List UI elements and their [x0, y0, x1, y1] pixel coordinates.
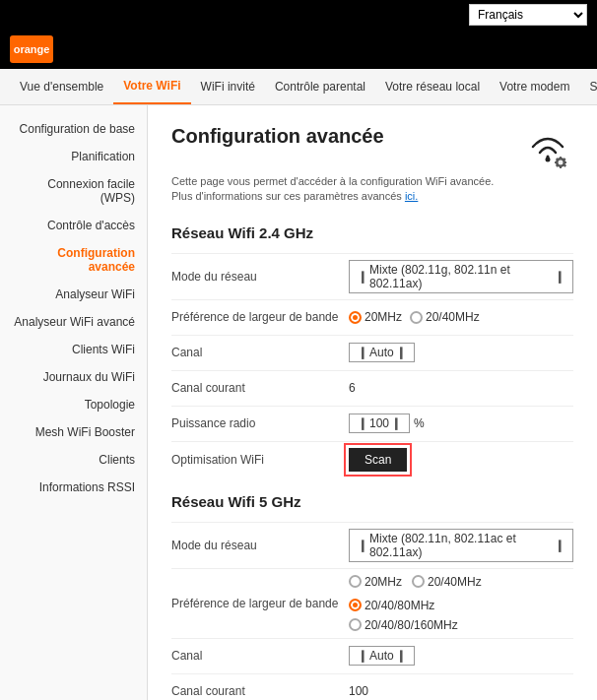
- band5-204080-option[interactable]: 20/40/80MHz: [349, 599, 434, 612]
- band-2040-option[interactable]: 20/40MHz: [410, 310, 480, 324]
- band5-20408160-option[interactable]: 20/40/80/160MHz: [349, 618, 458, 632]
- main-content: Configuration avancée: [148, 105, 597, 700]
- sidebar: Configuration de base Planification Conn…: [0, 105, 148, 700]
- nav-item-controle-parental[interactable]: Contrôle parental: [265, 70, 375, 103]
- sidebar-item-topologie[interactable]: Topologie: [0, 391, 147, 418]
- canal-24-value: ❙ Auto ❙: [349, 343, 573, 362]
- sidebar-item-config-avancee[interactable]: Configuration avancée: [0, 239, 147, 281]
- puissance-24-value: ❙ 100 ❙ %: [349, 414, 573, 433]
- canal-24-label: Canal: [171, 346, 349, 359]
- section-5ghz-title: Réseau Wifi 5 GHz: [171, 493, 573, 510]
- more-info-link[interactable]: ici.: [405, 190, 418, 202]
- mode-reseau-24-row: Mode du réseau ❙ Mixte (802.11g, 802.11n…: [171, 253, 573, 299]
- puissance-24-row: Puissance radio ❙ 100 ❙ %: [171, 406, 573, 441]
- wifi-settings-icon: [522, 125, 573, 168]
- band5-20-option[interactable]: 20MHz: [349, 575, 402, 589]
- canal-courant-5-value: 100: [349, 684, 573, 698]
- optim-wifi-24-row: Optimisation WiFi Scan: [171, 441, 573, 477]
- band5-20408160-radio[interactable]: [349, 618, 362, 631]
- sidebar-item-clients[interactable]: Clients: [0, 446, 147, 474]
- puissance-24-label: Puissance radio: [171, 416, 349, 430]
- mode-reseau-5-value: ❙ Mixte (802.11n, 802.11ac et 802.11ax) …: [349, 529, 573, 562]
- page-description: Cette page vous permet d'accéder à la co…: [171, 174, 573, 205]
- mode-reseau-5-label: Mode du réseau: [171, 539, 349, 552]
- sidebar-item-config-base[interactable]: Configuration de base: [0, 115, 147, 143]
- band5-204080-radio[interactable]: [349, 599, 362, 611]
- svg-point-0: [546, 158, 551, 162]
- top-bar: Français: [0, 0, 597, 30]
- band-2040-radio[interactable]: [410, 311, 423, 324]
- svg-rect-5: [555, 161, 558, 163]
- nav-item-votre-wifi[interactable]: Votre WiFi: [113, 69, 190, 104]
- band-20-radio[interactable]: [349, 311, 362, 324]
- nav-item-vue-ensemble[interactable]: Vue d'ensemble: [10, 70, 113, 103]
- nav-item-reseau-local[interactable]: Votre réseau local: [375, 70, 490, 103]
- canal-24-row: Canal ❙ Auto ❙: [171, 335, 573, 370]
- language-select[interactable]: Français: [469, 4, 587, 26]
- page-title: Configuration avancée: [171, 125, 384, 148]
- mode-reseau-24-dropdown[interactable]: ❙ Mixte (802.11g, 802.11n et 802.11ax) ❙: [349, 260, 573, 293]
- orange-logo: orange: [10, 35, 53, 63]
- svg-point-2: [559, 160, 564, 165]
- band-pref-5-label: Préférence de largeur de bande: [171, 597, 349, 610]
- canal-5-label: Canal: [171, 649, 349, 663]
- band5-20-radio[interactable]: [349, 575, 362, 588]
- section-24ghz-title: Réseau Wifi 2.4 GHz: [171, 224, 573, 241]
- layout: Configuration de base Planification Conn…: [0, 105, 597, 700]
- sidebar-item-clients-wifi[interactable]: Clients WiFi: [0, 336, 147, 363]
- sidebar-item-planification[interactable]: Planification: [0, 143, 147, 170]
- canal-courant-24-value: 6: [349, 381, 573, 395]
- sidebar-item-controle-acces[interactable]: Contrôle d'accès: [0, 212, 147, 239]
- scan-button-24[interactable]: Scan: [349, 448, 407, 472]
- header: orange: [0, 30, 597, 69]
- band-pref-24-label: Préférence de largeur de bande: [171, 310, 349, 324]
- sidebar-item-connexion-facile[interactable]: Connexion facile (WPS): [0, 170, 147, 212]
- sidebar-item-informations-rssi[interactable]: Informations RSSI: [0, 474, 147, 501]
- nav-item-votre-modem[interactable]: Votre modem: [490, 70, 579, 103]
- band-pref-5-value: 20MHz 20/40MHz 20/40/80MHz: [349, 575, 573, 632]
- svg-rect-4: [560, 166, 562, 169]
- main-nav: Vue d'ensemble Votre WiFi WiFi invité Co…: [0, 69, 597, 105]
- canal-courant-5-row: Canal courant 100: [171, 673, 573, 700]
- band-pref-5-row: Préférence de largeur de bande 20MHz 20/…: [171, 568, 573, 638]
- canal-courant-24-row: Canal courant 6: [171, 370, 573, 406]
- sidebar-item-journaux-wifi[interactable]: Journaux du WiFi: [0, 363, 147, 391]
- canal-5-dropdown[interactable]: ❙ Auto ❙: [349, 646, 415, 666]
- page-header: Configuration avancée: [171, 125, 573, 168]
- puissance-24-input[interactable]: ❙ 100 ❙: [349, 414, 410, 433]
- svg-rect-6: [564, 161, 567, 163]
- band-pref-24-row: Préférence de largeur de bande 20MHz 20/…: [171, 299, 573, 335]
- svg-rect-3: [560, 157, 562, 159]
- mode-reseau-24-label: Mode du réseau: [171, 270, 349, 284]
- canal-courant-5-label: Canal courant: [171, 684, 349, 698]
- band-20-option[interactable]: 20MHz: [349, 310, 402, 324]
- sidebar-item-mesh-wifi-booster[interactable]: Mesh WiFi Booster: [0, 418, 147, 446]
- nav-item-statut[interactable]: Statut: [579, 70, 597, 103]
- optim-wifi-24-label: Optimisation WiFi: [171, 453, 349, 467]
- canal-courant-24-label: Canal courant: [171, 381, 349, 395]
- mode-reseau-5-dropdown[interactable]: ❙ Mixte (802.11n, 802.11ac et 802.11ax) …: [349, 529, 573, 562]
- mode-reseau-5-row: Mode du réseau ❙ Mixte (802.11n, 802.11a…: [171, 522, 573, 568]
- optim-wifi-24-value: Scan: [349, 448, 573, 472]
- nav-item-wifi-invite[interactable]: WiFi invité: [191, 70, 265, 103]
- band-pref-24-value: 20MHz 20/40MHz: [349, 310, 573, 324]
- mode-reseau-24-value: ❙ Mixte (802.11g, 802.11n et 802.11ax) ❙: [349, 260, 573, 293]
- sidebar-item-analyseur-wifi-avance[interactable]: Analyseur WiFi avancé: [0, 308, 147, 336]
- canal-5-row: Canal ❙ Auto ❙: [171, 638, 573, 673]
- band5-2040-radio[interactable]: [412, 575, 425, 588]
- band5-2040-option[interactable]: 20/40MHz: [412, 575, 482, 589]
- canal-5-value: ❙ Auto ❙: [349, 646, 573, 666]
- sidebar-item-analyseur-wifi[interactable]: Analyseur WiFi: [0, 281, 147, 308]
- canal-24-dropdown[interactable]: ❙ Auto ❙: [349, 343, 415, 362]
